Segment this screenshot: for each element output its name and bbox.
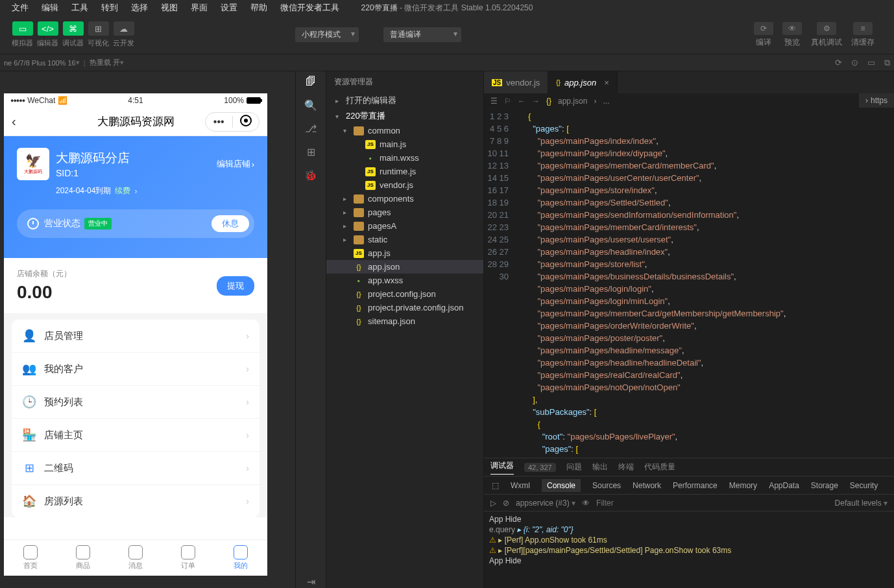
bp-debugger[interactable]: 调试器 [490, 460, 514, 475]
search-icon[interactable]: 🔍 [304, 99, 317, 112]
close-tab-icon[interactable]: × [604, 78, 609, 88]
folder-common[interactable]: ▾common [326, 124, 483, 137]
bp-quality[interactable]: 代码质量 [644, 462, 675, 473]
menu-settings[interactable]: 设置 [214, 2, 244, 14]
menu-staff[interactable]: 👤店员管理› [12, 320, 260, 353]
tab-home[interactable]: 首页 [4, 540, 56, 576]
folder-pagesA[interactable]: ▸pagesA [326, 219, 483, 233]
file-sitemap[interactable]: {}sitemap.json [326, 314, 483, 328]
file-project-config[interactable]: {}project.config.json [326, 287, 483, 301]
inspect-icon[interactable]: ⬚ [492, 481, 499, 490]
menu-goto[interactable]: 转到 [95, 2, 125, 14]
exit-icon[interactable]: ⇥ [304, 575, 317, 588]
copy-icon[interactable]: ⧉ [884, 58, 890, 68]
menu-select[interactable]: 选择 [125, 2, 154, 14]
bp-problems[interactable]: 问题 [566, 462, 582, 473]
renew-link[interactable]: 续费 [115, 185, 130, 196]
cloud-toggle[interactable]: ☁云开发 [113, 21, 134, 48]
hot-reload[interactable]: 热重载 开 [90, 58, 120, 67]
file-app-js[interactable]: JSapp.js [326, 246, 483, 260]
console-play-icon[interactable]: ▷ [490, 499, 496, 508]
phone-back-button[interactable]: ‹ [12, 114, 16, 129]
eye-icon[interactable]: 👁 [582, 499, 590, 508]
bread-back-icon[interactable]: ← [518, 97, 526, 106]
file-main-js[interactable]: JSmain.js [326, 137, 483, 151]
folder-static[interactable]: ▸static [326, 233, 483, 246]
edit-store-link[interactable]: 编辑店铺 › [217, 158, 254, 170]
file-vendor-js[interactable]: JSvendor.js [326, 178, 483, 192]
refresh-icon[interactable]: ⟳ [835, 58, 842, 68]
menu-listings[interactable]: 🏠房源列表› [12, 485, 260, 517]
menu-interface[interactable]: 界面 [184, 2, 214, 14]
menu-devtools[interactable]: 微信开发者工具 [274, 2, 346, 14]
dt-console[interactable]: Console [542, 479, 581, 492]
file-app-json[interactable]: {}app.json [326, 260, 483, 274]
device-info[interactable]: ne 6/7/8 Plus 100% 16 [4, 59, 76, 67]
tab-mine[interactable]: 我的 [215, 540, 267, 576]
clear-cache-button[interactable]: ≡清缓存 [851, 22, 875, 48]
file-app-wxss[interactable]: ▪app.wxss [326, 274, 483, 287]
tab-vendor-js[interactable]: JSvendor.js [484, 71, 548, 93]
project-root[interactable]: ▾220带直播 [326, 108, 483, 124]
withdraw-button[interactable]: 提现 [217, 276, 254, 296]
bread-menu-icon[interactable]: ☰ [490, 97, 498, 106]
simulator-toggle[interactable]: ▭模拟器 [12, 21, 33, 48]
folder-pages[interactable]: ▸pages [326, 206, 483, 219]
dt-appdata[interactable]: AppData [769, 481, 799, 490]
folder-components[interactable]: ▸components [326, 192, 483, 206]
file-project-private-config[interactable]: {}project.private.config.json [326, 301, 483, 314]
bug-icon[interactable]: 🐞 [304, 169, 317, 182]
dt-wxml[interactable]: Wxml [511, 481, 530, 490]
dt-sources[interactable]: Sources [592, 481, 621, 490]
tab-messages[interactable]: 消息 [109, 540, 162, 576]
breadcrumb-file[interactable]: app.json [558, 97, 587, 106]
menu-file[interactable]: 文件 [5, 2, 35, 14]
https-indicator[interactable]: › https [859, 93, 894, 108]
preview-button[interactable]: 👁预览 [782, 22, 802, 48]
branch-icon[interactable]: ⎇ [304, 122, 317, 135]
menu-help[interactable]: 帮助 [244, 2, 274, 14]
real-debug-button[interactable]: ⚙真机调试 [811, 22, 842, 48]
breadcrumb-more[interactable]: ... [603, 97, 609, 106]
screenshot-icon[interactable]: ▭ [867, 58, 875, 68]
dt-performance[interactable]: Performance [673, 481, 718, 490]
visual-toggle[interactable]: ⊞可视化 [88, 21, 109, 48]
bp-terminal[interactable]: 终端 [618, 462, 634, 473]
dt-security[interactable]: Security [850, 481, 878, 490]
dt-network[interactable]: Network [633, 481, 661, 490]
menu-edit[interactable]: 编辑 [35, 2, 65, 14]
files-icon[interactable]: 🗐 [304, 75, 317, 88]
rest-button[interactable]: 休息 [211, 215, 249, 232]
bp-output[interactable]: 输出 [592, 462, 608, 473]
tab-goods[interactable]: 商品 [56, 540, 109, 576]
filter-input[interactable] [596, 499, 828, 508]
console-clear-icon[interactable]: ⊘ [503, 499, 509, 508]
file-runtime-js[interactable]: JSruntime.js [326, 165, 483, 178]
menu-customers[interactable]: 👥我的客户› [12, 353, 260, 386]
open-editors[interactable]: ▸打开的编辑器 [326, 93, 483, 108]
bp-error-count[interactable]: 42, 327 [524, 463, 556, 472]
menu-appointments[interactable]: 🕒预约列表› [12, 386, 260, 419]
ext-icon[interactable]: ⊞ [304, 145, 317, 158]
bread-fwd-icon[interactable]: → [532, 97, 540, 106]
context-dropdown[interactable]: appservice (#3) [516, 499, 575, 508]
compile-mode-dropdown[interactable]: 普通编译 [383, 27, 461, 42]
debugger-toggle[interactable]: ⌘调试器 [62, 21, 84, 48]
levels-dropdown[interactable]: Default levels [835, 499, 888, 508]
file-main-wxss[interactable]: ▪main.wxss [326, 151, 483, 165]
menu-view[interactable]: 视图 [154, 2, 184, 14]
tab-app-json[interactable]: {}app.json× [548, 71, 617, 93]
dt-storage[interactable]: Storage [811, 481, 838, 490]
code-editor[interactable]: 1 2 3 4 5 6 7 8 9 10 11 12 13 14 15 16 1… [484, 109, 894, 458]
record-icon[interactable]: ⊙ [851, 58, 858, 68]
menu-tools[interactable]: 工具 [65, 2, 95, 14]
compile-button[interactable]: ⟳编译 [754, 22, 773, 48]
dt-memory[interactable]: Memory [729, 481, 757, 490]
capsule-button[interactable]: ••• [205, 112, 260, 132]
editor-toggle[interactable]: </>编辑器 [37, 21, 58, 48]
mode-dropdown[interactable]: 小程序模式 [295, 27, 359, 42]
menu-store-home[interactable]: 🏪店铺主页› [12, 419, 260, 452]
menu-qrcode[interactable]: ⊞二维码› [12, 452, 260, 485]
bread-bookmark-icon[interactable]: ⚐ [504, 97, 511, 106]
tab-orders[interactable]: 订单 [162, 540, 215, 576]
